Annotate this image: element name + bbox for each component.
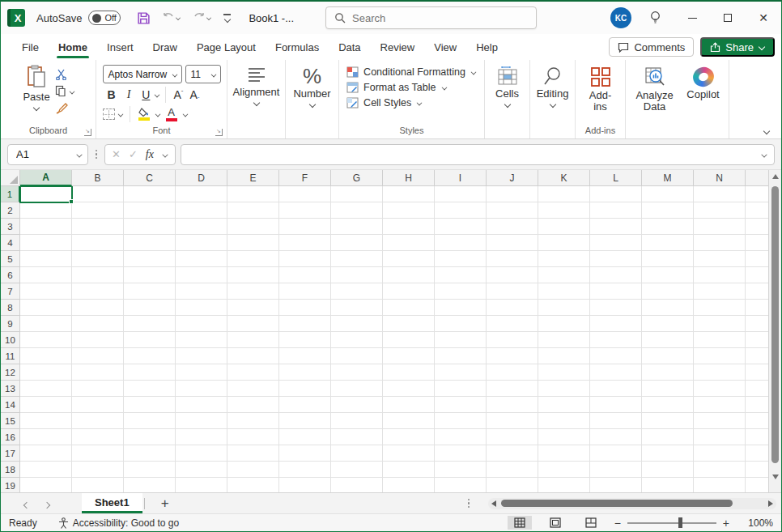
paste-chevron-icon[interactable] — [33, 105, 40, 110]
fx-chevron-icon[interactable] — [163, 152, 168, 156]
menu-tab-file[interactable]: File — [12, 34, 49, 60]
font-dialog-launcher-icon[interactable]: ↘ — [215, 129, 223, 136]
page-layout-view-button[interactable] — [543, 516, 567, 530]
normal-view-button[interactable] — [508, 516, 532, 530]
underline-button[interactable]: U — [137, 88, 152, 101]
horizontal-scrollbar[interactable] — [488, 498, 776, 509]
insert-function-button[interactable]: fx — [146, 148, 154, 161]
addins-button[interactable]: Add-ins — [577, 63, 623, 116]
row-header-2[interactable]: 2 — [1, 202, 20, 219]
decrease-font-size-button[interactable]: Aˇ — [187, 88, 202, 101]
row-header-18[interactable]: 18 — [1, 462, 20, 478]
zoom-slider[interactable] — [627, 522, 716, 524]
copy-button[interactable] — [53, 84, 77, 98]
row-header-5[interactable]: 5 — [1, 251, 20, 267]
row-header-19[interactable]: 19 — [1, 478, 20, 492]
column-header-G[interactable]: G — [331, 170, 383, 186]
italic-button[interactable]: I — [122, 88, 136, 101]
new-sheet-button[interactable]: + — [147, 496, 184, 512]
column-header-N[interactable]: N — [694, 170, 746, 186]
menu-tab-page-layout[interactable]: Page Layout — [187, 34, 266, 60]
format-painter-button[interactable] — [53, 101, 70, 115]
autosave-toggle[interactable]: Off — [88, 11, 121, 25]
sheetbar-options-icon[interactable] — [467, 499, 470, 509]
row-header-8[interactable]: 8 — [1, 300, 20, 316]
column-header-F[interactable]: F — [279, 170, 331, 186]
excel-app-icon[interactable]: X — [7, 9, 25, 27]
underline-chevron-icon[interactable] — [155, 93, 159, 97]
column-header-B[interactable]: B — [72, 170, 124, 186]
column-header-E[interactable]: E — [227, 170, 279, 186]
undo-dropdown-icon[interactable] — [176, 16, 181, 19]
column-header-K[interactable]: K — [538, 170, 590, 186]
row-header-10[interactable]: 10 — [1, 332, 20, 348]
scroll-right-icon[interactable] — [768, 500, 773, 507]
vertical-scrollbar[interactable] — [768, 170, 781, 492]
scroll-left-icon[interactable] — [491, 500, 496, 507]
zoom-out-button[interactable]: − — [614, 517, 621, 530]
menu-tab-draw[interactable]: Draw — [143, 34, 187, 60]
sheet-tab-sheet1[interactable]: Sheet1 — [82, 493, 142, 513]
fill-color-chevron-icon[interactable] — [155, 113, 159, 117]
menu-tab-formulas[interactable]: Formulas — [266, 34, 329, 60]
name-box-chevron-icon[interactable] — [77, 152, 83, 156]
minimize-button[interactable] — [674, 2, 710, 34]
zoom-in-button[interactable]: + — [723, 517, 729, 530]
cancel-entry-icon[interactable]: ✕ — [112, 148, 121, 160]
column-header-A[interactable]: A — [20, 170, 72, 186]
menu-tab-home[interactable]: Home — [49, 34, 97, 60]
row-header-11[interactable]: 11 — [1, 348, 20, 364]
clipboard-dialog-launcher-icon[interactable]: ↘ — [84, 129, 91, 136]
save-button[interactable] — [137, 11, 151, 25]
scroll-up-icon[interactable] — [772, 174, 779, 179]
row-header-4[interactable]: 4 — [1, 235, 20, 251]
font-name-select[interactable]: Aptos Narrow — [103, 65, 182, 83]
selected-cell-outline[interactable] — [19, 186, 73, 203]
share-button[interactable]: Share — [700, 37, 775, 57]
redo-dropdown-icon[interactable] — [207, 16, 212, 19]
copy-chevron-icon[interactable] — [69, 89, 74, 93]
format-as-table-button[interactable]: Format as Table — [346, 82, 477, 93]
editing-button[interactable]: Editing — [530, 63, 576, 110]
column-header-C[interactable]: C — [124, 170, 176, 186]
menu-tab-review[interactable]: Review — [371, 34, 425, 60]
fill-color-button[interactable] — [136, 108, 152, 121]
fill-handle[interactable] — [69, 199, 74, 204]
next-sheet-button[interactable] — [36, 496, 59, 511]
row-header-14[interactable]: 14 — [1, 397, 20, 413]
menu-tab-help[interactable]: Help — [466, 34, 508, 60]
menu-tab-data[interactable]: Data — [329, 34, 370, 60]
column-header-I[interactable]: I — [435, 170, 487, 186]
comments-button[interactable]: Comments — [609, 37, 694, 57]
zoom-percentage[interactable]: 100% — [741, 517, 773, 529]
menu-tab-view[interactable]: View — [424, 34, 466, 60]
row-header-16[interactable]: 16 — [1, 429, 20, 445]
conditional-formatting-button[interactable]: Conditional Formatting — [346, 66, 477, 78]
maximize-button[interactable] — [710, 2, 746, 34]
formula-bar-handle-icon[interactable] — [95, 150, 98, 160]
vertical-scroll-thumb[interactable] — [771, 186, 779, 463]
accessibility-checker[interactable]: Accessibility: Good to go — [58, 517, 179, 529]
horizontal-scroll-thumb[interactable] — [501, 500, 733, 507]
row-header-6[interactable]: 6 — [1, 267, 20, 283]
number-button[interactable]: % Number — [287, 63, 337, 110]
name-box-input[interactable] — [16, 148, 65, 160]
row-header-17[interactable]: 17 — [1, 445, 20, 462]
customize-quick-access-button[interactable] — [223, 14, 231, 22]
font-size-select[interactable]: 11 — [185, 65, 221, 83]
scroll-down-icon[interactable] — [772, 475, 779, 479]
bold-button[interactable]: B — [103, 88, 121, 101]
close-button[interactable]: ✕ — [746, 2, 781, 34]
formula-input[interactable] — [181, 144, 775, 165]
select-all-corner[interactable] — [1, 170, 20, 186]
paste-button[interactable]: Paste — [19, 63, 53, 112]
cell-styles-button[interactable]: Cell Styles — [346, 97, 477, 109]
column-header-J[interactable]: J — [487, 170, 538, 186]
previous-sheet-button[interactable] — [14, 496, 36, 511]
row-header-13[interactable]: 13 — [1, 381, 20, 397]
page-break-preview-button[interactable] — [579, 516, 603, 530]
cell-grid[interactable] — [20, 186, 768, 492]
column-header-L[interactable]: L — [590, 170, 642, 186]
row-header-12[interactable]: 12 — [1, 364, 20, 381]
row-header-1[interactable]: 1 — [1, 186, 20, 202]
